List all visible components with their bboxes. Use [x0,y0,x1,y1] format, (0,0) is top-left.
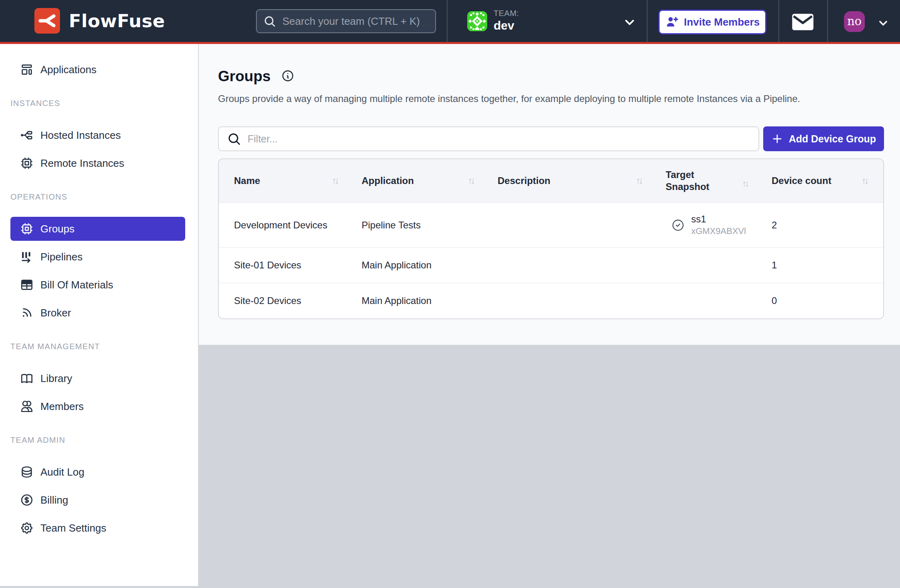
check-circle-icon [671,218,685,232]
groups-icon [20,222,34,236]
sidebar-item-label: Remote Instances [40,157,124,170]
bill-of-materials-icon [20,278,34,292]
applications-icon [20,63,34,76]
snapshot-name: ss1 [691,214,746,225]
groups-page: Groups Groups provide a way of managing … [199,44,900,345]
sidebar-item-billing[interactable]: Billing [10,488,185,512]
sidebar-item-groups[interactable]: Groups [10,217,185,241]
search-icon [263,15,276,29]
sidebar-item-label: Bill Of Materials [40,279,113,291]
sort-icon[interactable]: ↑↓ [332,176,338,186]
sidebar-item-label: Broker [40,307,71,319]
filter-search-icon [227,132,241,148]
page-title: Groups [218,68,271,85]
library-icon [20,372,34,385]
team-selector[interactable]: TEAM: dev [494,9,519,32]
sidebar-item-library[interactable]: Library [10,366,185,390]
notifications-mail-icon[interactable] [791,13,814,33]
hosted-instances-icon [20,128,34,142]
cell-target-snapshot: ss1 xGMX9ABXVl [666,214,772,236]
filter-field [218,126,759,151]
team-avatar[interactable] [467,11,487,31]
table-row[interactable]: Site-02 Devices Main Application 0 [219,283,883,318]
sort-icon[interactable]: ↑↓ [862,176,867,186]
cell-device-count: 2 [772,220,883,231]
cell-name: Site-02 Devices [219,295,362,306]
column-header-target-snapshot[interactable]: Target Snapshot ↑↓ [666,169,772,193]
billing-icon [20,493,34,507]
navbar-divider [447,0,448,42]
sidebar-item-pipelines[interactable]: Pipelines [10,245,185,269]
sidebar-item-label: Applications [40,64,96,76]
sidebar-item-label: Library [40,372,72,385]
navbar-divider [647,0,648,42]
sidebar-item-bill-of-materials[interactable]: Bill Of Materials [10,273,185,297]
invite-members-button[interactable]: Invite Members [658,10,766,34]
table-header-row: Name ↑↓ Application ↑↓ Description ↑↓ Ta… [219,159,883,202]
team-chevron-down-icon[interactable] [622,15,637,31]
sidebar-item-hosted-instances[interactable]: Hosted Instances [10,123,185,147]
sidebar-item-team-settings[interactable]: Team Settings [10,516,185,540]
user-initials: no [847,14,862,28]
add-device-group-label: Add Device Group [789,133,876,145]
cell-application: Main Application [362,295,498,306]
column-header-name[interactable]: Name ↑↓ [219,175,362,186]
flowfuse-logo-icon [34,8,60,34]
sidebar-item-applications[interactable]: Applications [10,58,185,82]
sidebar-item-members[interactable]: Members [10,394,185,418]
navbar-divider [827,0,828,42]
table-row[interactable]: Development Devices Pipeline Tests ss1 x… [219,202,883,247]
sidebar-item-label: Billing [40,494,68,506]
brand-name: FlowFuse [69,10,165,32]
sidebar-item-label: Pipelines [40,251,83,263]
cell-device-count: 1 [772,260,883,271]
sidebar-item-label: Hosted Instances [40,129,121,142]
sidebar-item-label: Members [40,400,84,413]
audit-log-icon [20,465,34,479]
flowfuse-brand[interactable]: FlowFuse [34,8,165,34]
top-navbar: FlowFuse TEAM: dev [0,0,900,44]
sidebar-item-broker[interactable]: Broker [10,301,185,325]
sort-icon[interactable]: ↑↓ [468,176,474,186]
main-area: Groups Groups provide a way of managing … [199,44,900,586]
cell-device-count: 0 [772,295,883,306]
sidebar-section-team-management: TEAM MANAGEMENT [10,342,185,351]
column-header-application[interactable]: Application ↑↓ [362,175,498,186]
sidebar-item-audit-log[interactable]: Audit Log [10,460,185,484]
navbar-divider [778,0,779,42]
team-settings-icon [20,521,34,535]
members-icon [20,400,34,413]
column-header-description[interactable]: Description ↑↓ [498,175,666,186]
cell-name: Development Devices [219,220,362,231]
sort-icon[interactable]: ↑↓ [636,176,642,186]
info-icon[interactable] [281,69,294,84]
broker-icon [20,306,34,320]
remote-instances-icon [20,156,34,170]
add-device-group-button[interactable]: Add Device Group [763,126,884,151]
sidebar-item-label: Groups [40,223,74,235]
team-search-input[interactable] [256,9,436,33]
sidebar-item-label: Audit Log [40,466,84,478]
sort-icon[interactable]: ↑↓ [742,178,748,189]
user-avatar[interactable]: no [844,11,865,32]
page-description: Groups provide a way of managing multipl… [218,93,884,104]
user-menu-chevron-down-icon[interactable] [877,17,890,31]
sidebar-section-team-admin: TEAM ADMIN [10,436,185,445]
team-label: TEAM: [494,9,519,18]
sidebar-section-operations: OPERATIONS [10,192,185,202]
cell-application: Pipeline Tests [362,220,498,231]
team-name: dev [494,19,519,32]
table-row[interactable]: Site-01 Devices Main Application 1 [219,247,883,283]
invite-members-label: Invite Members [684,16,760,28]
column-header-device-count[interactable]: Device count ↑↓ [772,175,883,186]
snapshot-id: xGMX9ABXVl [691,226,746,236]
device-groups-table: Name ↑↓ Application ↑↓ Description ↑↓ Ta… [218,158,884,319]
sidebar-item-label: Team Settings [40,522,106,534]
user-add-icon [665,15,679,29]
sidebar-item-remote-instances[interactable]: Remote Instances [10,151,185,175]
plus-icon [771,133,783,145]
team-search [256,9,436,33]
sidebar-section-instances: INSTANCES [10,99,185,108]
cell-application: Main Application [362,260,498,271]
filter-input[interactable] [218,126,759,151]
